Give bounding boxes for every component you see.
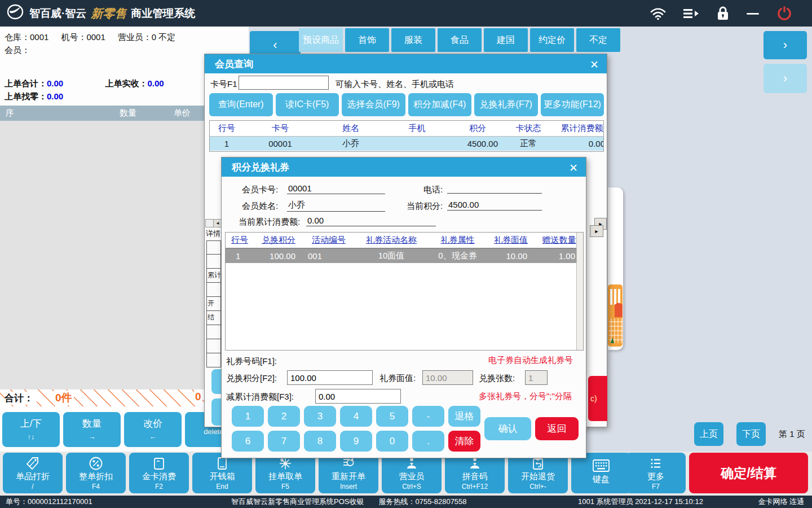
col-qty: 数量 xyxy=(120,108,136,119)
item-discount-button[interactable]: 单品打折/ xyxy=(3,453,63,493)
clear-key[interactable]: 清除 xyxy=(448,431,480,452)
wifi-icon xyxy=(650,7,667,20)
tabs-scroll-right-button[interactable]: › xyxy=(764,31,807,59)
exit-esc-button-partial[interactable]: c) xyxy=(588,376,607,421)
numpad-5[interactable]: 5 xyxy=(376,406,408,427)
more-functions-button[interactable]: 更多功能(F12) xyxy=(541,93,604,116)
confirm-button[interactable]: 确认 xyxy=(484,417,531,440)
tag-icon xyxy=(3,456,63,471)
voucher-table: 行号 兑换积分 活动编号 礼券活动名称 礼券属性 礼券面值 赠送数量 1 100… xyxy=(225,232,584,351)
next-page-button[interactable]: 下页 xyxy=(736,422,766,446)
checkout-button[interactable]: 确定/结算 xyxy=(689,453,808,493)
phone-value xyxy=(447,183,542,194)
card-no-hint: 可输入卡号、姓名、手机或电话 xyxy=(336,79,454,90)
warehouse-label: 仓库：0001 xyxy=(5,32,48,43)
select-member-button[interactable]: 选择会员(F9) xyxy=(342,93,405,116)
numpad-minus[interactable]: - xyxy=(412,406,444,427)
numpad-6[interactable]: 6 xyxy=(232,431,264,452)
current-cum-value: 0.00 xyxy=(306,216,436,226)
lock-icon[interactable] xyxy=(716,6,730,21)
member-label: 会员： xyxy=(5,45,30,56)
close-icon[interactable]: ✕ xyxy=(569,161,578,174)
numpad-8[interactable]: 8 xyxy=(304,431,336,452)
brand-script: 新零售 xyxy=(91,6,126,21)
category-tabs: 预设商品 首饰 服装 食品 建国 约定价 不定 xyxy=(299,28,620,52)
brand-suffix: 商业管理系统 xyxy=(131,6,195,21)
return-goods-button[interactable]: 开始退货Ctrl+- xyxy=(508,453,568,493)
read-ic-button[interactable]: 读IC卡(F5) xyxy=(276,93,339,116)
voucher-table-row[interactable]: 1 100.00 001 10面值 0、现金券 10.00 1.00 xyxy=(226,248,583,263)
numpad-2[interactable]: 2 xyxy=(268,406,300,427)
app-name: 智百威智云新零售商业管理系统POS收银 xyxy=(231,497,364,507)
scroll-right-arrow-2[interactable]: ► xyxy=(590,225,603,237)
voucher-vscrollbar[interactable] xyxy=(576,233,583,350)
quantity-button[interactable]: 数量 → xyxy=(63,412,121,447)
cash-drawer-button[interactable]: 开钱箱End xyxy=(192,453,252,493)
member-table-row[interactable]: 1 00001 小乔 4500.00 正常 0.00 xyxy=(210,136,604,151)
hold-order-button[interactable]: 挂单取单F5 xyxy=(255,453,315,493)
multi-voucher-note: 多张礼券号，分号";"分隔 xyxy=(479,391,572,402)
brand: 智百威·智云 新零售 商业管理系统 xyxy=(0,3,195,23)
numpad-7[interactable]: 7 xyxy=(268,431,300,452)
close-icon[interactable]: ✕ xyxy=(590,58,599,71)
clerk-label: 营业员：0 不定 xyxy=(118,32,176,43)
product-card-art xyxy=(608,284,623,349)
points-adjust-button[interactable]: 积分加减(F4) xyxy=(408,93,472,116)
numpad-3[interactable]: 3 xyxy=(304,406,336,427)
pinyin-button[interactable]: 拼音码Ctrl+F12 xyxy=(445,453,505,493)
exchange-voucher-button[interactable]: 兑换礼券(F7) xyxy=(474,93,538,116)
query-button[interactable]: 查询(Enter) xyxy=(209,93,273,116)
tab-food[interactable]: 食品 xyxy=(438,28,482,52)
last-total-value: 0.00 xyxy=(47,78,63,88)
change-price-button[interactable]: 改价 ← xyxy=(124,412,182,447)
member-hscrollbar[interactable]: ◄ xyxy=(205,219,222,227)
gold-card-button[interactable]: 金卡消费F2 xyxy=(129,453,189,493)
backspace-key[interactable]: 退格 xyxy=(448,406,480,427)
member-name-label: 会员姓名: xyxy=(242,201,278,212)
last-change-label: 上单找零： xyxy=(5,91,47,101)
order-list-icon[interactable] xyxy=(682,7,700,20)
back-button[interactable]: 返回 xyxy=(535,417,579,440)
clerk-button[interactable]: 营业员Ctrl+S xyxy=(382,453,442,493)
keyboard-button[interactable]: 键盘 xyxy=(571,453,631,493)
numpad-1[interactable]: 1 xyxy=(232,406,264,427)
minimize-icon[interactable] xyxy=(745,7,760,20)
numpad-4[interactable]: 4 xyxy=(340,406,372,427)
member-name-value: 小乔 xyxy=(287,200,385,212)
exchange-count-label: 兑换张数: xyxy=(479,373,515,384)
last-change-value: 0.00 xyxy=(47,91,63,101)
exchange-count-input xyxy=(525,370,548,385)
card-no-input[interactable] xyxy=(239,76,329,90)
numpad-9[interactable]: 9 xyxy=(340,431,372,452)
more-button[interactable]: 更多F7 xyxy=(626,453,686,493)
tab-jianguo[interactable]: 建国 xyxy=(484,28,528,52)
hidden-form-grid xyxy=(206,339,221,353)
new-order-button[interactable]: 重新开单Insert xyxy=(319,453,378,493)
tab-clothing[interactable]: 服装 xyxy=(391,28,435,52)
products-next-button[interactable]: › xyxy=(764,64,807,93)
member-card-label: 会员卡号: xyxy=(242,185,278,195)
power-icon[interactable] xyxy=(776,5,793,22)
order-discount-button[interactable]: 整单折扣F4 xyxy=(66,453,126,493)
member-card-value: 00001 xyxy=(287,183,385,194)
exchange-points-input[interactable] xyxy=(287,370,373,385)
member-table-header: 行号 卡号 姓名 手机 积分 卡状态 累计消费额 余 xyxy=(210,121,604,136)
numpad-0[interactable]: 0 xyxy=(376,431,408,452)
col-price: 单价 xyxy=(174,108,191,119)
tab-undetermined[interactable]: 不定 xyxy=(576,28,620,52)
numpad-dot[interactable]: . xyxy=(412,431,444,452)
tab-jewelry[interactable]: 首饰 xyxy=(345,28,389,52)
prev-page-button[interactable]: 上页 xyxy=(694,422,723,446)
hidden-form-grid xyxy=(206,353,221,367)
minus-cum-input[interactable] xyxy=(315,389,401,404)
updown-button[interactable]: 上/下 ↑↓ xyxy=(2,412,60,447)
member-details-label: 详情 xyxy=(206,229,222,239)
tab-agreed-price[interactable]: 约定价 xyxy=(530,28,574,52)
voucher-table-header: 行号 兑换积分 活动编号 礼券活动名称 礼券属性 礼券面值 赠送数量 xyxy=(226,233,583,248)
page-indicator: 第 1 页 xyxy=(779,429,805,440)
hidden-form-grid xyxy=(206,255,221,269)
tab-preset-goods[interactable]: 预设商品 xyxy=(299,28,343,52)
auto-generate-note: 电子券自动生成礼券号 xyxy=(488,355,582,366)
product-card-sliver xyxy=(608,187,623,350)
current-points-value: 4500.00 xyxy=(447,200,542,211)
